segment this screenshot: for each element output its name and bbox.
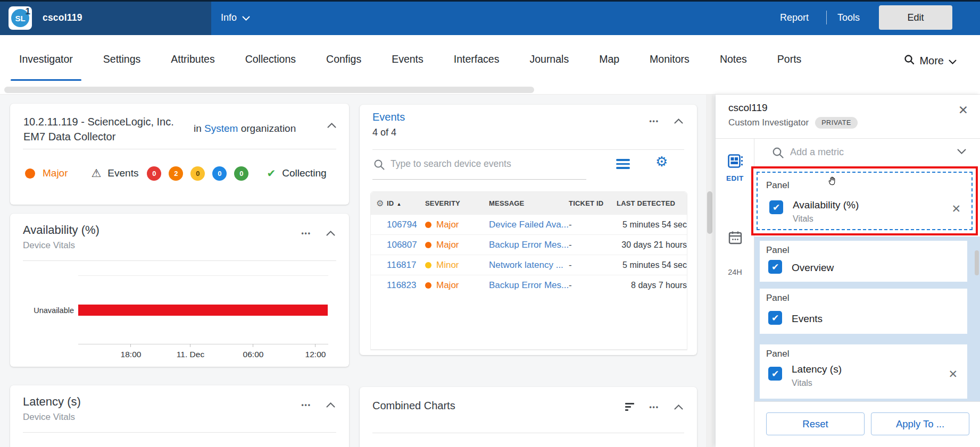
availability-divider [23, 260, 336, 261]
panel-checkbox[interactable]: ✔ [768, 367, 782, 381]
tab-settings[interactable]: Settings [103, 35, 140, 88]
collapse-panel-icon[interactable] [326, 231, 335, 236]
panel-menu-icon[interactable]: ••• [301, 401, 311, 409]
events-panel: Events 4 of 4 ••• ⚙ ⚙ ID▲ SEVERITY MESSA… [360, 105, 697, 355]
reset-button[interactable]: Reset [766, 412, 865, 435]
unavailable-bar[interactable] [78, 305, 328, 316]
time-range-label[interactable]: 24H [716, 268, 754, 276]
combined-charts-title: Combined Charts [372, 400, 455, 412]
panel-subtitle: Vitals [792, 378, 812, 388]
event-row[interactable]: 106807 Major Backup Error Mes... - 30 da… [371, 234, 687, 255]
panel-card-latency[interactable]: Panel ✔ Latency (s) Vitals ✕ [760, 344, 967, 399]
organization-line: in System organization [194, 123, 296, 134]
healthy-count-badge[interactable]: 0 [234, 166, 248, 181]
event-row[interactable]: 106794 Major Device Failed Ava... - 5 mi… [371, 214, 687, 234]
add-metric-input[interactable] [790, 144, 944, 160]
panel-checkbox[interactable]: ✔ [768, 260, 782, 274]
calendar-icon[interactable] [728, 231, 742, 244]
panel-menu-icon[interactable]: ••• [301, 230, 311, 237]
layout-edit-icon[interactable] [728, 154, 743, 168]
collapse-panel-icon[interactable] [674, 404, 683, 410]
report-button[interactable]: Report [780, 0, 809, 35]
collapse-overview-icon[interactable] [327, 123, 336, 128]
sort-bars-icon[interactable] [625, 403, 634, 411]
overview-divider [23, 149, 336, 149]
events-search-input[interactable] [391, 156, 582, 172]
event-message-link[interactable]: Device Failed Ava... [489, 220, 569, 230]
panel-menu-icon[interactable]: ••• [649, 117, 659, 125]
event-row[interactable]: 116823 Major Backup Error Mes... - 8 day… [371, 275, 687, 295]
event-severity: Major [425, 240, 489, 250]
remove-panel-icon[interactable]: ✕ [951, 203, 961, 215]
column-header-id[interactable]: ID▲ [387, 199, 425, 207]
panel-checkbox[interactable]: ✔ [768, 311, 782, 325]
column-header-ticket-id[interactable]: TICKET ID [569, 199, 617, 207]
notice-count-badge[interactable]: 0 [212, 166, 227, 181]
more-menu[interactable]: More [904, 54, 957, 68]
minor-count-badge[interactable]: 0 [190, 166, 205, 181]
tab-bar: Investigator Settings Attributes Collect… [0, 35, 980, 95]
tab-collections[interactable]: Collections [245, 35, 296, 88]
event-id-link[interactable]: 116823 [387, 280, 425, 291]
panel-menu-icon[interactable]: ••• [649, 403, 659, 411]
event-message-link[interactable]: Network latency ... [489, 260, 569, 271]
column-header-last-detected[interactable]: LAST DETECTED [617, 199, 687, 207]
organization-link[interactable]: System [204, 123, 238, 134]
apply-to-button[interactable]: Apply To ... [871, 412, 969, 435]
collapse-panel-icon[interactable] [326, 402, 335, 408]
x-tick [253, 344, 253, 347]
vertical-scrollbar-thumb[interactable] [707, 191, 712, 234]
column-settings-gear-icon[interactable]: ⚙ [371, 198, 387, 208]
remove-panel-icon[interactable]: ✕ [948, 368, 958, 381]
event-row[interactable]: 116817 Minor Network latency ... - 5 min… [371, 255, 687, 275]
chevron-down-icon [242, 12, 250, 23]
panel-card-overview[interactable]: Panel ✔ Overview [760, 241, 967, 282]
tab-notes[interactable]: Notes [720, 35, 747, 88]
events-count: 4 of 4 [372, 127, 396, 138]
tab-events[interactable]: Events [392, 35, 423, 88]
chevron-down-icon[interactable] [957, 149, 966, 154]
search-icon [373, 159, 385, 170]
info-dropdown[interactable]: Info [221, 0, 250, 35]
tab-investigator[interactable]: Investigator [19, 35, 73, 88]
dragged-panel-card[interactable]: Panel ✔ Availability (%) Vitals ✕ [757, 172, 973, 230]
panel-card-events[interactable]: Panel ✔ Events [760, 289, 967, 334]
event-id-link[interactable]: 106794 [387, 220, 425, 230]
tab-interfaces[interactable]: Interfaces [454, 35, 500, 88]
tab-attributes[interactable]: Attributes [171, 35, 214, 88]
x-tick [190, 344, 190, 347]
event-id-link[interactable]: 106807 [387, 240, 425, 250]
edit-mode-label[interactable]: EDIT [716, 174, 754, 182]
sidebar-scrollbar-thumb[interactable] [975, 250, 979, 275]
major-count-badge[interactable]: 2 [169, 166, 183, 181]
device-title: 10.2.11.119 - ScienceLogic, Inc. EM7 Dat… [23, 114, 194, 144]
event-message-link[interactable]: Backup Error Mes... [489, 280, 569, 291]
grab-cursor-icon [828, 176, 837, 185]
sidebar-title: cscol119 [728, 102, 768, 114]
tab-ports[interactable]: Ports [777, 35, 802, 88]
panel-label: Panel [766, 180, 789, 191]
collapse-panel-icon[interactable] [674, 119, 683, 124]
tools-button[interactable]: Tools [837, 0, 860, 35]
tab-monitors[interactable]: Monitors [650, 35, 690, 88]
close-sidebar-icon[interactable]: ✕ [958, 103, 968, 117]
column-header-message[interactable]: MESSAGE [489, 199, 569, 207]
severity-dot [425, 222, 431, 228]
event-id-link[interactable]: 116817 [387, 260, 425, 271]
tab-journals[interactable]: Journals [529, 35, 569, 88]
events-title-link[interactable]: Events [372, 111, 405, 123]
tab-configs[interactable]: Configs [326, 35, 361, 88]
events-settings-gear-icon[interactable]: ⚙ [655, 154, 668, 170]
column-header-severity[interactable]: SEVERITY [425, 199, 489, 207]
x-tick [315, 344, 315, 347]
tab-map[interactable]: Map [599, 35, 619, 88]
edit-button[interactable]: Edit [879, 5, 952, 30]
sl1-logo[interactable]: SL 1 [9, 6, 32, 30]
critical-count-badge[interactable]: 0 [147, 166, 161, 181]
event-severity: Major [425, 280, 489, 291]
horizontal-scrollbar[interactable] [4, 87, 534, 93]
panel-checkbox[interactable]: ✔ [769, 200, 783, 214]
event-message-link[interactable]: Backup Error Mes... [489, 240, 569, 250]
list-view-icon[interactable] [616, 159, 630, 169]
vertical-scrollbar-track[interactable] [706, 95, 713, 447]
